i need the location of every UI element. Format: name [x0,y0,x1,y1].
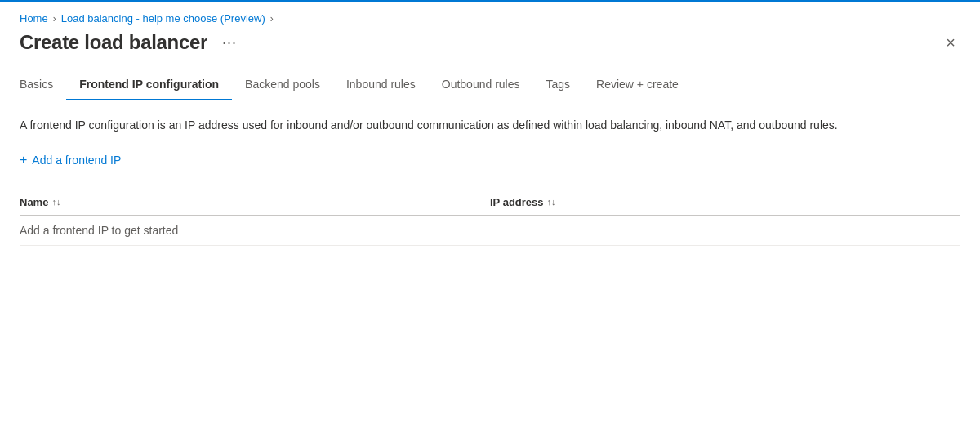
main-content: A frontend IP configuration is an IP add… [0,100,980,442]
column-ip-label: IP address [490,196,544,208]
add-frontend-ip-label: Add a frontend IP [32,154,121,167]
create-load-balancer-panel: Home › Load balancing - help me choose (… [0,0,980,442]
more-options-button[interactable]: ··· [217,33,242,53]
tab-review-create[interactable]: Review + create [583,71,692,100]
sort-icon-ip: ↑↓ [547,199,556,206]
column-name-label: Name [20,196,48,208]
tab-inbound-rules[interactable]: Inbound rules [333,71,429,100]
empty-message: Add a frontend IP to get started [20,224,960,237]
table-row-empty: Add a frontend IP to get started [20,216,960,246]
column-header-ip-address[interactable]: IP address ↑↓ [490,196,960,208]
title-area: Create load balancer ··· [20,31,242,54]
sort-icon-name: ↑↓ [51,199,60,206]
tab-backend-pools[interactable]: Backend pools [232,71,333,100]
breadcrumb-separator-1: › [53,13,56,25]
tab-outbound-rules[interactable]: Outbound rules [429,71,533,100]
tab-basics[interactable]: Basics [20,71,66,100]
close-button[interactable]: × [941,31,960,54]
column-header-name[interactable]: Name ↑↓ [20,196,490,208]
breadcrumb-load-balancing[interactable]: Load balancing - help me choose (Preview… [61,12,265,25]
tab-frontend-ip-configuration[interactable]: Frontend IP configuration [66,71,232,100]
tabs-container: Basics Frontend IP configuration Backend… [0,54,980,100]
description-text: A frontend IP configuration is an IP add… [20,117,918,134]
header-row: Create load balancer ··· × [0,28,980,54]
breadcrumb: Home › Load balancing - help me choose (… [0,2,980,28]
plus-icon: + [20,154,27,167]
breadcrumb-home[interactable]: Home [20,12,48,25]
table-header: Name ↑↓ IP address ↑↓ [20,190,960,216]
page-title: Create load balancer [20,31,207,54]
breadcrumb-separator-2: › [270,13,274,25]
tab-tags[interactable]: Tags [533,71,584,100]
add-frontend-ip-button[interactable]: + Add a frontend IP [20,150,121,170]
